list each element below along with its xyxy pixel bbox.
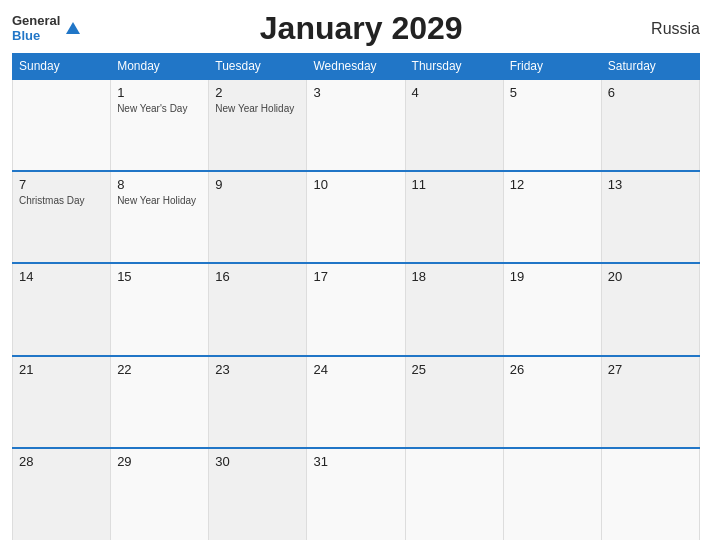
logo-blue-text: Blue <box>12 29 60 43</box>
table-row: 21 <box>13 356 111 448</box>
table-row: 9 <box>209 171 307 263</box>
header: General Blue January 2029 Russia <box>12 10 700 47</box>
table-row: 20 <box>601 263 699 355</box>
table-row: 29 <box>111 448 209 540</box>
calendar-week-row: 21222324252627 <box>13 356 700 448</box>
day-number: 25 <box>412 362 497 377</box>
table-row: 6 <box>601 79 699 171</box>
day-number: 4 <box>412 85 497 100</box>
table-row: 28 <box>13 448 111 540</box>
day-number: 6 <box>608 85 693 100</box>
day-number: 7 <box>19 177 104 192</box>
header-friday: Friday <box>503 54 601 80</box>
day-number: 12 <box>510 177 595 192</box>
table-row: 13 <box>601 171 699 263</box>
table-row: 31 <box>307 448 405 540</box>
header-sunday: Sunday <box>13 54 111 80</box>
table-row: 25 <box>405 356 503 448</box>
svg-marker-0 <box>66 22 80 34</box>
header-tuesday: Tuesday <box>209 54 307 80</box>
table-row: 15 <box>111 263 209 355</box>
table-row: 23 <box>209 356 307 448</box>
weekday-header-row: Sunday Monday Tuesday Wednesday Thursday… <box>13 54 700 80</box>
day-number: 11 <box>412 177 497 192</box>
logo: General Blue <box>12 14 82 43</box>
day-number: 28 <box>19 454 104 469</box>
calendar-title: January 2029 <box>82 10 640 47</box>
holiday-label: New Year Holiday <box>117 194 202 207</box>
holiday-label: New Year's Day <box>117 102 202 115</box>
table-row <box>13 79 111 171</box>
header-monday: Monday <box>111 54 209 80</box>
table-row: 1New Year's Day <box>111 79 209 171</box>
table-row: 11 <box>405 171 503 263</box>
table-row: 7Christmas Day <box>13 171 111 263</box>
table-row: 4 <box>405 79 503 171</box>
table-row: 27 <box>601 356 699 448</box>
table-row: 30 <box>209 448 307 540</box>
header-thursday: Thursday <box>405 54 503 80</box>
table-row: 26 <box>503 356 601 448</box>
holiday-label: Christmas Day <box>19 194 104 207</box>
calendar-page: General Blue January 2029 Russia Sunday … <box>0 0 712 550</box>
table-row: 2New Year Holiday <box>209 79 307 171</box>
day-number: 1 <box>117 85 202 100</box>
logo-icon <box>64 20 82 38</box>
table-row: 18 <box>405 263 503 355</box>
table-row: 17 <box>307 263 405 355</box>
day-number: 10 <box>313 177 398 192</box>
table-row <box>601 448 699 540</box>
country-label: Russia <box>640 20 700 38</box>
holiday-label: New Year Holiday <box>215 102 300 115</box>
table-row: 8New Year Holiday <box>111 171 209 263</box>
table-row: 22 <box>111 356 209 448</box>
day-number: 26 <box>510 362 595 377</box>
calendar-table: Sunday Monday Tuesday Wednesday Thursday… <box>12 53 700 540</box>
day-number: 30 <box>215 454 300 469</box>
table-row: 14 <box>13 263 111 355</box>
day-number: 18 <box>412 269 497 284</box>
table-row <box>503 448 601 540</box>
day-number: 2 <box>215 85 300 100</box>
calendar-week-row: 28293031 <box>13 448 700 540</box>
table-row: 16 <box>209 263 307 355</box>
calendar-week-row: 7Christmas Day8New Year Holiday910111213 <box>13 171 700 263</box>
table-row: 5 <box>503 79 601 171</box>
day-number: 13 <box>608 177 693 192</box>
calendar-week-row: 14151617181920 <box>13 263 700 355</box>
day-number: 9 <box>215 177 300 192</box>
table-row: 10 <box>307 171 405 263</box>
day-number: 3 <box>313 85 398 100</box>
day-number: 29 <box>117 454 202 469</box>
day-number: 20 <box>608 269 693 284</box>
day-number: 16 <box>215 269 300 284</box>
calendar-week-row: 1New Year's Day2New Year Holiday3456 <box>13 79 700 171</box>
day-number: 22 <box>117 362 202 377</box>
day-number: 27 <box>608 362 693 377</box>
header-saturday: Saturday <box>601 54 699 80</box>
table-row: 24 <box>307 356 405 448</box>
day-number: 31 <box>313 454 398 469</box>
day-number: 14 <box>19 269 104 284</box>
day-number: 19 <box>510 269 595 284</box>
table-row: 19 <box>503 263 601 355</box>
day-number: 17 <box>313 269 398 284</box>
header-wednesday: Wednesday <box>307 54 405 80</box>
logo-general-text: General <box>12 14 60 28</box>
day-number: 5 <box>510 85 595 100</box>
day-number: 23 <box>215 362 300 377</box>
table-row: 12 <box>503 171 601 263</box>
day-number: 15 <box>117 269 202 284</box>
table-row: 3 <box>307 79 405 171</box>
day-number: 8 <box>117 177 202 192</box>
day-number: 21 <box>19 362 104 377</box>
table-row <box>405 448 503 540</box>
day-number: 24 <box>313 362 398 377</box>
